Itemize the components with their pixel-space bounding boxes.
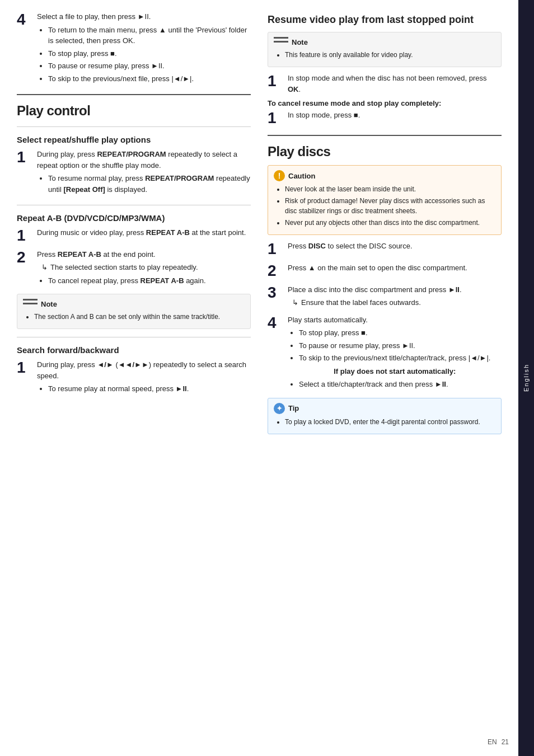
resume-note-header: Note [274, 37, 495, 47]
section-divider-4 [17, 337, 251, 337]
resume-cancel-title: To cancel resume mode and stop play comp… [268, 99, 502, 107]
sidebar-label: English [523, 364, 530, 392]
repeat-ab-step2-number: 2 [17, 249, 32, 266]
caution-icon: ! [274, 170, 285, 181]
resume-note-icon [274, 37, 288, 47]
repeat-ab-title: Repeat A-B (DVD/VCD/CD/MP3/WMA) [17, 213, 251, 223]
caution-bullet-2: Risk of product damage! Never play discs… [285, 196, 495, 216]
if-play-bullet-item: Select a title/chapter/track and then pr… [299, 379, 490, 390]
repeat-step1-number: 1 [17, 149, 32, 166]
intro-bullet-4: To skip to the previous/next file, press… [48, 73, 251, 84]
disc-step1-text: Press DISC to select the DISC source. [288, 241, 413, 252]
disc-step3-arrow-1: Ensure that the label faces outwards. [292, 297, 462, 308]
page-number: 21 [502, 738, 509, 746]
resume-note-content: This feature is only available for video… [285, 50, 495, 60]
tip-box: ✦ Tip To play a locked DVD, enter the 4-… [268, 398, 502, 434]
section-divider-3 [17, 205, 251, 205]
repeat-ab-arrow-1: The selected section starts to play repe… [41, 262, 206, 273]
note-text: The section A and B can be set only with… [34, 312, 245, 322]
caution-bullet-1: Never look at the laser beam inside the … [285, 184, 495, 194]
tip-content: To play a locked DVD, enter the 4-digit … [285, 417, 495, 427]
resume-cancel-step: 1 In stop mode, press ■. [268, 110, 502, 127]
caution-box-header: ! Caution [274, 170, 495, 181]
disc-step2-text: Press ▲ on the main set to open the disc… [288, 262, 467, 274]
disc-step1-number: 1 [268, 241, 283, 258]
intro-bullet-2: To stop play, press ■. [48, 48, 251, 59]
lang-label: EN [488, 738, 497, 746]
tip-label: Tip [288, 404, 299, 412]
repeat-ab-step1: 1 During music or video play, press REPE… [17, 227, 251, 245]
caution-content: Never look at the laser beam inside the … [285, 184, 495, 228]
resume-cancel-step-number: 1 [268, 110, 283, 127]
repeat-ab-step2-text: Press REPEAT A-B at the end point. The s… [37, 249, 206, 289]
disc-step3-text: Place a disc into the disc compartment a… [288, 284, 462, 310]
disc-step4-text: Play starts automatically. To stop play,… [288, 314, 490, 392]
tip-text: To play a locked DVD, enter the 4-digit … [285, 417, 495, 427]
disc-step4-bullets: To stop play, press ■. To pause or resum… [299, 327, 490, 364]
resume-note-box: Note This feature is only available for … [268, 32, 502, 67]
resume-step1: 1 In stop mode and when the disc has not… [268, 73, 502, 95]
search-step1-number: 1 [17, 359, 32, 377]
intro-step-text: Select a file to play, then press ►II. T… [37, 11, 251, 86]
tip-icon: ✦ [274, 403, 285, 414]
search-step1: 1 During play, press ◄/► (◄◄/►►) repeate… [17, 359, 251, 397]
note-content: The section A and B can be set only with… [34, 312, 245, 322]
search-step1-bullets: To resume play at normal speed, press ►I… [48, 383, 251, 395]
intro-bullet-3: To pause or resume play, press ►II. [48, 60, 251, 72]
disc-step4-number: 4 [268, 314, 283, 332]
intro-step-number: 4 [17, 11, 32, 29]
intro-section: 4 Select a file to play, then press ►II.… [17, 11, 251, 86]
right-column: Resume video play from last stopped poin… [268, 11, 502, 745]
repeat-ab-note-box: Note The section A and B can be set only… [17, 294, 251, 329]
search-step1-text: During play, press ◄/► (◄◄/►►) repeatedl… [37, 359, 251, 397]
disc-step4: 4 Play starts automatically. To stop pla… [268, 314, 502, 392]
left-column: 4 Select a file to play, then press ►II.… [17, 11, 251, 745]
resume-step1-number: 1 [268, 73, 283, 90]
play-control-title: Play control [17, 103, 251, 119]
resume-cancel-step-text: In stop mode, press ■. [288, 110, 360, 121]
disc-step3: 3 Place a disc into the disc compartment… [268, 284, 502, 310]
if-play-bullet: Select a title/chapter/track and then pr… [299, 379, 490, 390]
repeat-ab-step1-text: During music or video play, press REPEAT… [37, 227, 246, 238]
note-label: Note [41, 300, 57, 308]
resume-note-text: This feature is only available for video… [285, 50, 495, 60]
disc-step2: 2 Press ▲ on the main set to open the di… [268, 262, 502, 280]
intro-bullet-1: To return to the main menu, press ▲ unti… [48, 25, 251, 46]
repeat-ab-step1-number: 1 [17, 227, 32, 245]
intro-bullets: To return to the main menu, press ▲ unti… [48, 25, 251, 84]
section-divider-2 [17, 126, 251, 127]
caution-box: ! Caution Never look at the laser beam i… [268, 165, 502, 235]
repeat-step1: 1 During play, press REPEAT/PROGRAM repe… [17, 149, 251, 197]
disc-step3-number: 3 [268, 284, 283, 302]
repeat-ab-step2: 2 Press REPEAT A-B at the end point. The… [17, 249, 251, 289]
intro-step: 4 Select a file to play, then press ►II.… [17, 11, 251, 86]
note-icon [23, 299, 38, 309]
sidebar-english: English [518, 0, 534, 756]
repeat-ab-bullets: To cancel repeat play, press REPEAT A-B … [48, 275, 206, 287]
repeat-step1-text: During play, press REPEAT/PROGRAM repeat… [37, 149, 251, 197]
disc-step3-arrows: Ensure that the label faces outwards. [292, 297, 462, 308]
repeat-ab-bullet-1: To cancel repeat play, press REPEAT A-B … [48, 275, 206, 287]
disc-step1: 1 Press DISC to select the DISC source. [268, 241, 502, 258]
disc-step4-bullet-2: To pause or resume play, press ►II. [299, 340, 490, 351]
caution-bullet-3: Never put any objects other than discs i… [285, 218, 495, 228]
caution-label: Caution [288, 172, 315, 180]
resume-note-label: Note [292, 38, 308, 46]
page-footer: EN 21 [488, 738, 509, 746]
section-divider-1 [17, 94, 251, 95]
repeat-step1-bullets: To resume normal play, press REPEAT/PROG… [48, 173, 251, 195]
repeat-step1-bullet-1: To resume normal play, press REPEAT/PROG… [48, 173, 251, 195]
resume-step1-text: In stop mode and when the disc has not b… [288, 73, 502, 95]
disc-step2-number: 2 [268, 262, 283, 280]
resume-title: Resume video play from last stopped poin… [268, 13, 502, 26]
disc-step4-bullet-3: To skip to the previous/next title/chapt… [299, 353, 490, 364]
if-play-label: If play does not start automatically: [299, 366, 490, 377]
tip-box-header: ✦ Tip [274, 403, 495, 414]
play-discs-title: Play discs [268, 144, 502, 159]
search-step1-bullet-1: To resume play at normal speed, press ►I… [48, 383, 251, 395]
section-divider-5 [268, 135, 502, 136]
repeat-ab-arrows: The selected section starts to play repe… [41, 262, 206, 273]
note-box-header: Note [23, 299, 245, 309]
disc-step4-bullet-1: To stop play, press ■. [299, 327, 490, 339]
search-title: Search forward/backward [17, 345, 251, 355]
